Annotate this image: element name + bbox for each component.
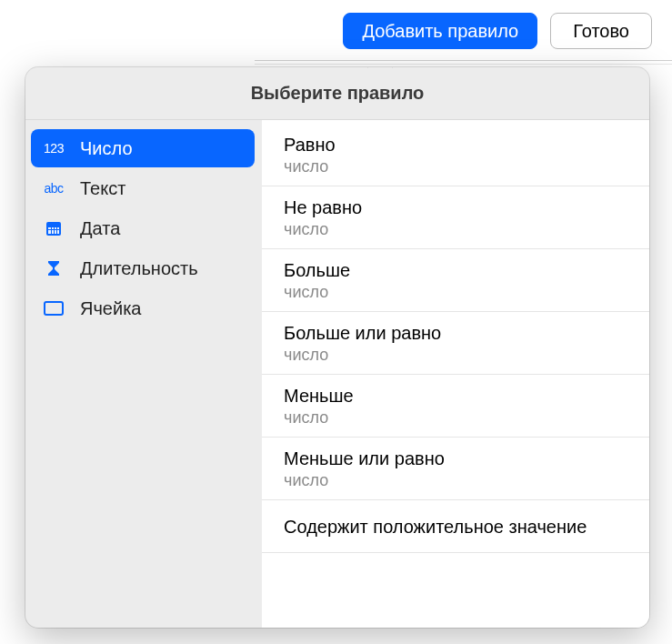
sidebar-item-text[interactable]: abc Текст xyxy=(31,169,255,207)
rule-item-greater[interactable]: Больше число xyxy=(262,249,649,312)
svg-rect-6 xyxy=(56,226,57,234)
toolbar: Добавить правило Готово xyxy=(343,13,652,49)
sidebar-item-date[interactable]: Дата xyxy=(31,209,255,247)
svg-rect-5 xyxy=(54,226,55,234)
rule-title: Больше или равно xyxy=(284,323,627,344)
divider xyxy=(255,60,672,61)
text-icon: abc xyxy=(40,177,67,199)
rule-subtitle: число xyxy=(284,157,627,176)
rule-subtitle: число xyxy=(284,220,627,239)
sidebar-item-duration[interactable]: Длительность xyxy=(31,249,255,287)
sidebar-item-cell[interactable]: Ячейка xyxy=(31,289,255,327)
sidebar-item-number[interactable]: 123 Число xyxy=(31,129,255,167)
popover-body: 123 Число abc Текст Дата Дли xyxy=(25,120,649,628)
popover-title: Выберите правило xyxy=(25,67,649,120)
rule-title: Равно xyxy=(284,135,627,156)
rule-subtitle: число xyxy=(284,283,627,302)
svg-rect-7 xyxy=(45,302,63,315)
sidebar-item-label: Дата xyxy=(80,218,120,239)
cell-icon xyxy=(40,297,67,319)
rule-title: Меньше xyxy=(284,386,627,407)
rule-subtitle: число xyxy=(284,346,627,365)
number-icon: 123 xyxy=(40,137,67,159)
rule-item-equal[interactable]: Равно число xyxy=(262,124,649,186)
done-button[interactable]: Готово xyxy=(550,13,652,49)
svg-rect-4 xyxy=(51,226,52,234)
sidebar-item-label: Длительность xyxy=(80,258,198,279)
rule-subtitle: число xyxy=(284,471,627,490)
rule-item-less[interactable]: Меньше число xyxy=(262,375,649,438)
rule-item-greater-equal[interactable]: Больше или равно число xyxy=(262,312,649,375)
rule-title: Меньше или равно xyxy=(284,448,627,469)
category-sidebar: 123 Число abc Текст Дата Дли xyxy=(25,120,262,628)
hourglass-icon xyxy=(40,257,67,279)
divider xyxy=(255,64,672,65)
calendar-icon xyxy=(40,217,67,239)
rule-subtitle: число xyxy=(284,408,627,428)
rules-list: Равно число Не равно число Больше число … xyxy=(262,120,649,628)
add-rule-button[interactable]: Добавить правило xyxy=(343,13,537,49)
rule-title: Больше xyxy=(284,260,627,281)
sidebar-item-label: Число xyxy=(80,138,133,159)
sidebar-item-label: Текст xyxy=(80,178,125,199)
rule-title: Содержит положительное значение xyxy=(284,517,627,538)
rule-item-contains-positive[interactable]: Содержит положительное значение xyxy=(262,500,649,553)
rule-item-not-equal[interactable]: Не равно число xyxy=(262,186,649,249)
sidebar-item-label: Ячейка xyxy=(80,298,141,319)
rule-popover: Выберите правило 123 Число abc Текст Дат… xyxy=(25,67,649,628)
rule-title: Не равно xyxy=(284,197,627,218)
rule-item-less-equal[interactable]: Меньше или равно число xyxy=(262,438,649,500)
popover-arrow xyxy=(367,67,393,69)
